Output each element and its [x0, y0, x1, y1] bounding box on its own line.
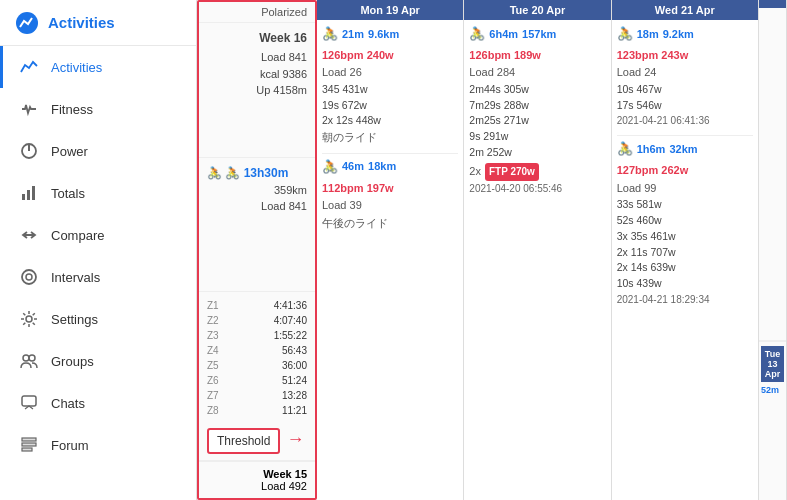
svg-rect-1	[22, 194, 25, 200]
act-bpm-watts-3: 126bpm 189w	[469, 47, 605, 65]
bike-icon-4: 🚴	[617, 24, 633, 45]
sidebar-label-compare: Compare	[51, 228, 104, 243]
sidebar-item-activities[interactable]: Activities	[0, 46, 196, 88]
week16-stats: Week 16 Load 841 kcal 9386 Up 4158m	[199, 23, 315, 158]
main-content: Polarized Week 16 Load 841 kcal 9386 Up …	[197, 0, 787, 500]
act-dist-5: 32km	[669, 141, 697, 159]
sidebar-header: Activities	[0, 0, 196, 46]
sidebar-item-fitness[interactable]: Fitness	[0, 88, 196, 130]
act-dist-1: 9.6km	[368, 26, 399, 44]
bike-icon-3: 🚴	[469, 24, 485, 45]
svg-rect-11	[22, 443, 36, 446]
threshold-label: Threshold	[207, 428, 280, 454]
act-line3-1: 7m29s 288w	[469, 98, 605, 114]
sidebar-item-compare[interactable]: Compare	[0, 214, 196, 256]
sidebar-label-chats: Chats	[51, 396, 85, 411]
polarized-label: Polarized	[199, 2, 315, 23]
act-dist-4: 9.2km	[663, 26, 694, 44]
sidebar-item-groups[interactable]: Groups	[0, 340, 196, 382]
svg-point-5	[26, 274, 32, 280]
sidebar-label-settings: Settings	[51, 312, 98, 327]
week16-ride-load: Load 841	[207, 198, 307, 215]
activity-mon19-2[interactable]: 🚴 46m 18km 112bpm 197w Load 39 午後のライド	[322, 157, 458, 233]
svg-point-6	[26, 316, 32, 322]
day-content-tue20: 🚴 6h4m 157km 126bpm 189w Load 284 2m44s …	[464, 20, 610, 500]
activity-wed21-2[interactable]: 🚴 1h6m 32km 127bpm 262w Load 99 33s 581w…	[617, 139, 753, 307]
day-content-mon19: 🚴 21m 9.6km 126bpm 240w Load 26 345 431w…	[317, 20, 463, 500]
sidebar-label-totals: Totals	[51, 186, 85, 201]
days-container: Mon 19 Apr 🚴 21m 9.6km 126bpm 240w Load	[317, 0, 787, 500]
activities-icon	[19, 57, 39, 77]
day-header-tue13: Tue 13 Apr	[761, 346, 784, 382]
day-header-wed21: Wed 21 Apr	[612, 0, 758, 20]
sidebar-item-power[interactable]: Power	[0, 130, 196, 172]
threshold-row: Threshold →	[207, 424, 307, 454]
week16-ride-summary: 🚴 🚴 13h30m 359km Load 841	[199, 158, 315, 293]
week16-ride-icon-time: 🚴 🚴 13h30m	[207, 164, 307, 182]
app-title: Activities	[48, 14, 115, 31]
sidebar-label-fitness: Fitness	[51, 102, 93, 117]
week16-up: Up 4158m	[207, 82, 307, 99]
act-load-5: Load 99	[617, 180, 753, 198]
week-summary-col: Polarized Week 16 Load 841 kcal 9386 Up …	[197, 0, 317, 500]
day-col-tue20: Tue 20 Apr 🚴 6h4m 157km 126bpm 189w Load…	[464, 0, 611, 500]
power-icon	[19, 141, 39, 161]
svg-point-7	[23, 355, 29, 361]
svg-rect-12	[22, 448, 32, 451]
act-load-3: Load 284	[469, 64, 605, 82]
act-dist-2: 18km	[368, 158, 396, 176]
threshold-arrow: →	[286, 426, 304, 453]
act-line4-1: 17s 546w	[617, 98, 753, 114]
sidebar-item-settings[interactable]: Settings	[0, 298, 196, 340]
act-dur-4: 18m	[637, 26, 659, 44]
act-bpm-watts-1: 126bpm 240w	[322, 47, 458, 65]
act-line3-4: 2m 252w	[469, 145, 605, 161]
week16-title: Week 16	[207, 29, 307, 47]
week15-summary: Week 15 Load 492	[199, 461, 315, 498]
activity-mon19-1[interactable]: 🚴 21m 9.6km 126bpm 240w Load 26 345 431w…	[322, 24, 458, 147]
groups-icon	[19, 351, 39, 371]
activity-tue20-1[interactable]: 🚴 6h4m 157km 126bpm 189w Load 284 2m44s …	[469, 24, 605, 197]
bike-icon-2: 🚴	[322, 157, 338, 178]
day-col-mon19: Mon 19 Apr 🚴 21m 9.6km 126bpm 240w Load	[317, 0, 464, 500]
act-prefix: 2x	[469, 163, 481, 181]
act-timestamp-5: 2021-04-21 18:29:34	[617, 292, 753, 308]
fitness-icon	[19, 99, 39, 119]
zone-z2: Z24:07:40	[207, 313, 307, 328]
sidebar-label-activities: Activities	[51, 60, 102, 75]
zone-z6: Z651:24	[207, 373, 307, 388]
week15-load: Load 492	[207, 480, 307, 492]
calendar: Polarized Week 16 Load 841 kcal 9386 Up …	[197, 0, 787, 500]
svg-rect-2	[27, 190, 30, 200]
act-line1-3: 2x 12s 448w	[322, 113, 458, 129]
sidebar-item-chats[interactable]: Chats	[0, 382, 196, 424]
act-line5-0: 33s 581w	[617, 197, 753, 213]
day-col-extra: Tue 13 Apr 52m	[759, 0, 787, 500]
act-line5-1: 52s 460w	[617, 213, 753, 229]
bike-icon-1: 🚴	[322, 24, 338, 45]
day-header-extra	[759, 0, 786, 8]
act-dur-2: 46m	[342, 158, 364, 176]
activity-wed21-1[interactable]: 🚴 18m 9.2km 123bpm 243w Load 24 10s 467w…	[617, 24, 753, 129]
act-dur-5: 1h6m	[637, 141, 666, 159]
sidebar-item-forum[interactable]: Forum	[0, 424, 196, 466]
week16-load: Load 841	[207, 49, 307, 66]
act-bpm-watts-4: 123bpm 243w	[617, 47, 753, 65]
act-line5-4: 2x 14s 639w	[617, 260, 753, 276]
settings-icon	[19, 309, 39, 329]
ftp-badge: FTP 270w	[485, 163, 539, 181]
act-dist-3: 157km	[522, 26, 556, 44]
zone-z3: Z31:55:22	[207, 328, 307, 343]
compare-icon	[19, 225, 39, 245]
day-col-wed21: Wed 21 Apr 🚴 18m 9.2km 123bpm 243w Load	[612, 0, 759, 500]
svg-rect-10	[22, 438, 36, 441]
svg-rect-9	[22, 396, 36, 406]
sidebar-item-totals[interactable]: Totals	[0, 172, 196, 214]
day-content-wed21: 🚴 18m 9.2km 123bpm 243w Load 24 10s 467w…	[612, 20, 758, 500]
zone-z7: Z713:28	[207, 388, 307, 403]
sidebar-item-intervals[interactable]: Intervals	[0, 256, 196, 298]
act-line3-3: 9s 291w	[469, 129, 605, 145]
svg-rect-3	[32, 186, 35, 200]
act-bpm-watts-2: 112bpm 197w	[322, 180, 458, 198]
act-load-2: Load 39	[322, 197, 458, 215]
